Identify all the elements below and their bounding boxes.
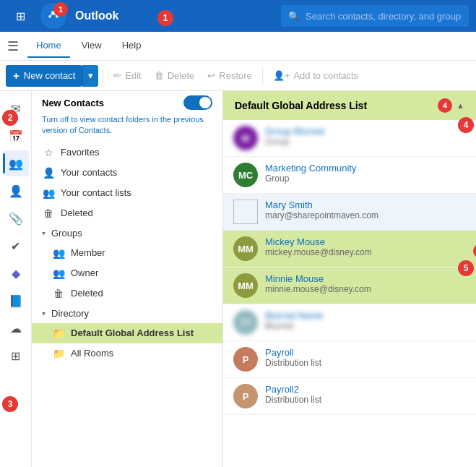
contact-item-blurred[interactable]: ?? Blurred Name Blurred — [223, 304, 476, 341]
avatar: MM — [233, 236, 258, 261]
contact-sub: Distribution list — [265, 358, 466, 368]
content-title: Default Global Address List — [235, 100, 367, 111]
apps-grid-icon[interactable]: ⊞ — [7, 3, 33, 29]
avatar-square — [233, 200, 258, 224]
contact-item-payroll2[interactable]: P Payroll2 Distribution list — [223, 378, 476, 415]
tab-home[interactable]: Home — [27, 34, 70, 58]
new-contact-caret[interactable]: ▾ — [82, 65, 98, 87]
contact-item-mary-smith[interactable]: Mary Smith mary@sharepointmaven.com — [223, 194, 476, 231]
teams-nav-icon[interactable]: ◆ — [3, 260, 29, 286]
app-title: Outlook — [75, 9, 274, 22]
contact-item-blurred-group[interactable]: M Group Blurred Group — [223, 120, 476, 157]
logo-wrapper: 1 — [40, 3, 68, 29]
avatar: MM — [233, 273, 258, 298]
tab-view[interactable]: View — [73, 34, 111, 58]
contact-item-marketing-community[interactable]: MC Marketing Community Group — [223, 157, 476, 194]
new-contact-label: New contact — [24, 70, 76, 81]
delete-button[interactable]: 🗑 Delete — [149, 65, 201, 87]
plus-icon: + — [13, 69, 20, 82]
contact-name: Payroll2 — [265, 384, 466, 395]
contact-name: Mary Smith — [265, 200, 466, 210]
favorites-icon: ☆ — [42, 147, 55, 158]
new-contacts-toggle-row: New Contacts — [32, 91, 222, 113]
avatar: MC — [233, 163, 258, 187]
contact-item-mickey-mouse[interactable]: MM Mickey Mouse mickey.mouse@disney.com … — [223, 231, 476, 267]
deleted-icon: 🗑 — [42, 207, 55, 219]
contact-item-minnie-mouse[interactable]: MM Minnie Mouse minnie.mouse@disney.com — [223, 267, 476, 304]
delete-icon: 🗑 — [155, 70, 164, 81]
sidebar-item-all-rooms[interactable]: 📁 All Rooms — [32, 343, 222, 364]
step-badge-5: 5 — [473, 244, 476, 258]
sidebar-item-your-contacts[interactable]: 👤 Your contacts — [32, 163, 222, 183]
search-bar[interactable]: 🔍 — [281, 5, 469, 27]
toggle-knob — [199, 97, 211, 108]
avatar: M — [233, 126, 258, 150]
contact-sub: mary@sharepointmaven.com — [265, 210, 466, 220]
sidebar: New Contacts Turn off to view contact fo… — [32, 91, 223, 467]
contact-sub: Distribution list — [265, 395, 466, 405]
toolbar: + New contact ▾ ✏ Edit 🗑 Delete ↩ Restor… — [0, 61, 476, 91]
contact-name: Blurred Name — [265, 310, 466, 321]
contact-name: Minnie Mouse — [265, 273, 466, 284]
calendar-nav-icon[interactable]: 📅 — [3, 123, 29, 149]
restore-button[interactable]: ↩ Restore — [202, 65, 258, 87]
contact-name: Mickey Mouse — [265, 236, 459, 247]
scroll-indicator: ▲ — [456, 101, 464, 110]
groups-chevron: ▾ — [42, 229, 46, 237]
sidebar-item-contact-lists[interactable]: 👥 Your contact lists — [32, 183, 222, 203]
sidebar-item-directory[interactable]: ▾ Directory — [32, 304, 222, 323]
search-input[interactable] — [306, 11, 462, 22]
contact-sub: Group — [265, 173, 466, 184]
contact-name: Marketing Community — [265, 163, 466, 173]
directory-chevron: ▾ — [42, 309, 46, 317]
your-contacts-icon: 👤 — [42, 167, 55, 179]
new-contacts-toggle[interactable] — [183, 95, 212, 110]
sidebar-item-groups[interactable]: ▾ Groups — [32, 223, 222, 243]
contacts-nav-icon[interactable]: 👥 — [3, 150, 29, 176]
contact-sub: minnie.mouse@disney.com — [265, 284, 466, 294]
add-to-contacts-button[interactable]: 👤+ Add to contacts — [267, 65, 364, 87]
toolbar-separator-2 — [262, 68, 263, 84]
nav-ribbon: ☰ Home View Help — [0, 32, 476, 61]
avatar: P — [233, 384, 258, 408]
cloud-nav-icon[interactable]: ☁ — [3, 315, 29, 341]
new-contacts-desc: Turn off to view contact folders in the … — [32, 113, 222, 142]
search-icon: 🔍 — [288, 11, 300, 22]
hamburger-icon[interactable]: ☰ — [7, 38, 19, 54]
attach-nav-icon[interactable]: 📎 — [3, 205, 29, 231]
content-header: Default Global Address List 4 ▲ — [223, 91, 476, 120]
sidebar-item-member[interactable]: 👥 Member — [32, 243, 222, 263]
contact-sub: Blurred — [265, 321, 466, 331]
sidebar-item-favorites[interactable]: ☆ Favorites — [32, 142, 222, 163]
left-nav-icons: ✉ 📅 👥 👤 📎 ✔ ◆ 📘 ☁ ⊞ — [0, 91, 32, 467]
people-nav-icon[interactable]: 👤 — [3, 178, 29, 204]
main-layout: ✉ 📅 👥 👤 📎 ✔ ◆ 📘 ☁ ⊞ New Contacts Turn of… — [0, 91, 476, 467]
apps-nav-icon[interactable]: ⊞ — [3, 343, 29, 369]
contact-lists-icon: 👥 — [42, 187, 55, 199]
sidebar-item-groups-deleted[interactable]: 🗑 Deleted — [32, 283, 222, 304]
groups-deleted-icon: 🗑 — [52, 288, 65, 299]
edit-icon: ✏ — [113, 70, 121, 81]
content-badge: 4 — [438, 98, 452, 113]
sidebar-item-owner[interactable]: 👥 Owner — [32, 263, 222, 283]
tasks-nav-icon[interactable]: ✔ — [3, 233, 29, 259]
tab-help[interactable]: Help — [113, 34, 150, 58]
contact-sub: Group — [265, 137, 466, 147]
sidebar-item-deleted[interactable]: 🗑 Deleted — [32, 203, 222, 223]
learn-nav-icon[interactable]: 📘 — [3, 288, 29, 314]
global-address-icon: 📁 — [52, 327, 65, 339]
edit-button[interactable]: ✏ Edit — [108, 65, 147, 87]
all-rooms-icon: 📁 — [52, 348, 65, 359]
contact-sub: mickey.mouse@disney.com — [265, 247, 459, 257]
new-contact-button[interactable]: + New contact — [6, 65, 82, 87]
mail-nav-icon[interactable]: ✉ — [3, 95, 29, 121]
content-pane: Default Global Address List 4 ▲ M Group … — [223, 91, 476, 467]
app-badge: 1 — [53, 2, 68, 17]
contact-name: Payroll — [265, 347, 466, 358]
add-contacts-icon: 👤+ — [273, 70, 290, 81]
contact-item-payroll[interactable]: P Payroll Distribution list — [223, 341, 476, 378]
avatar: P — [233, 347, 258, 372]
avatar: ?? — [233, 310, 258, 335]
sidebar-item-default-global[interactable]: 📁 Default Global Address List — [32, 323, 222, 343]
owner-icon: 👥 — [52, 267, 65, 279]
